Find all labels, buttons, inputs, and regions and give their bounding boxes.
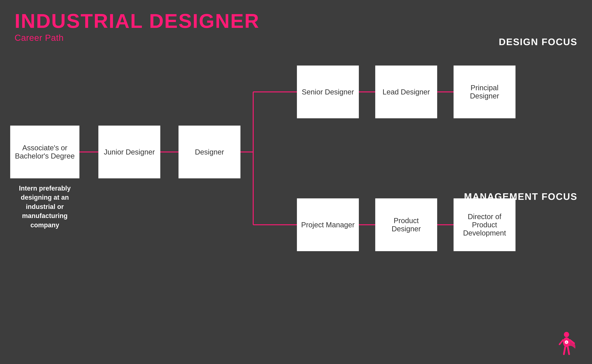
svg-line-12 xyxy=(559,340,563,344)
main-title: INDUSTRIAL DESIGNER xyxy=(14,11,259,31)
svg-line-15 xyxy=(568,347,569,354)
designer-label: Designer xyxy=(195,148,224,156)
hero-logo: G xyxy=(556,331,578,353)
sub-title: Career Path xyxy=(14,33,259,43)
degree-box: Associate's or Bachelor's Degree xyxy=(10,126,80,178)
svg-line-14 xyxy=(564,347,565,354)
connector-lines xyxy=(0,0,592,364)
director-box: Director of Product Development xyxy=(453,198,515,251)
svg-text:G: G xyxy=(565,341,567,344)
project-manager-label: Project Manager xyxy=(301,221,354,229)
project-manager-box: Project Manager xyxy=(297,198,359,251)
junior-designer-label: Junior Designer xyxy=(104,148,155,156)
svg-point-10 xyxy=(564,332,569,337)
designer-box: Designer xyxy=(179,126,240,178)
intern-text: Intern preferably designing at an indust… xyxy=(10,184,80,230)
degree-label: Associate's or Bachelor's Degree xyxy=(14,144,76,160)
design-focus-label: DESIGN FOCUS xyxy=(499,36,578,47)
principal-designer-label: Principal Designer xyxy=(457,84,512,100)
lead-designer-label: Lead Designer xyxy=(383,88,430,96)
header: INDUSTRIAL DESIGNER Career Path xyxy=(14,11,259,43)
senior-designer-box: Senior Designer xyxy=(297,65,359,118)
principal-designer-box: Principal Designer xyxy=(453,65,515,118)
senior-designer-label: Senior Designer xyxy=(302,88,354,96)
director-label: Director of Product Development xyxy=(457,213,512,237)
product-designer-box: Product Designer xyxy=(375,198,437,251)
lead-designer-box: Lead Designer xyxy=(375,65,437,118)
junior-designer-box: Junior Designer xyxy=(98,126,160,178)
product-designer-label: Product Designer xyxy=(379,217,433,233)
